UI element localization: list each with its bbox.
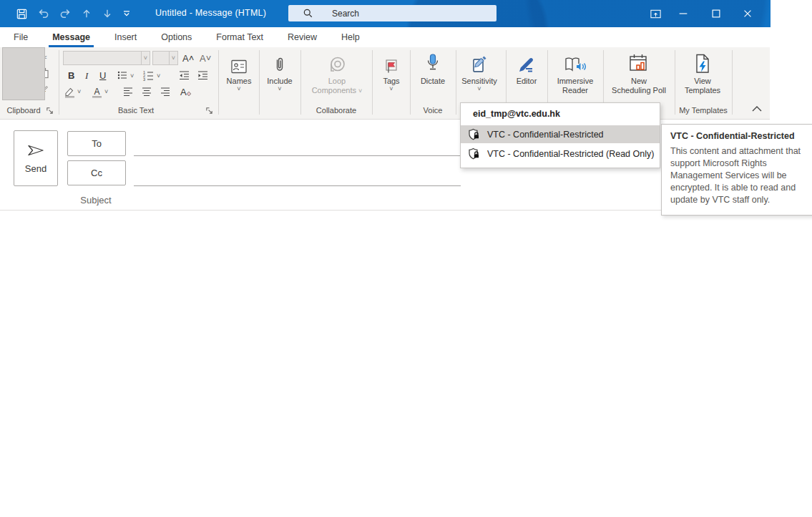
minimize-icon	[678, 8, 689, 19]
menu-item-label: VTC - Confidential-Restricted (Read Only…	[487, 149, 654, 159]
sensitivity-button-pressed-background	[2, 47, 45, 100]
grow-font-icon: A˄	[182, 53, 194, 64]
svg-text:A: A	[180, 87, 187, 97]
voice-group-label: Voice	[410, 106, 456, 115]
sensitivity-button[interactable]: Sensitivity ˅	[458, 49, 501, 92]
font-size-select[interactable]: ˅	[152, 51, 178, 65]
chevron-down-icon[interactable]: ˅	[157, 73, 160, 79]
align-right-icon	[160, 86, 171, 97]
immersive-label-line1: Immersive	[557, 77, 594, 86]
send-button[interactable]: Send	[14, 130, 58, 186]
search-placeholder: Search	[332, 9, 359, 19]
chevron-down-icon[interactable]: ˅	[130, 73, 134, 79]
customize-quick-access-toolbar-button[interactable]	[117, 4, 137, 24]
collapse-ribbon-button[interactable]	[751, 105, 767, 116]
tab-help[interactable]: Help	[329, 27, 372, 47]
group-separator	[300, 50, 301, 115]
chevron-down-icon[interactable]: ˅	[77, 89, 81, 95]
tab-message[interactable]: Message	[40, 27, 102, 47]
chevron-down-icon[interactable]: ˅	[104, 89, 108, 95]
tab-insert[interactable]: Insert	[102, 27, 149, 47]
bold-button[interactable]: B	[68, 70, 74, 82]
loop-label-line2: Components	[312, 86, 356, 95]
group-separator	[675, 50, 675, 115]
minimize-button[interactable]	[667, 3, 700, 24]
new-scheduling-poll-button[interactable]: New Scheduling Poll	[605, 49, 672, 95]
redo-button[interactable]	[56, 4, 76, 24]
view-templates-button[interactable]: View Templates	[678, 49, 727, 95]
font-family-select[interactable]: ˅	[63, 51, 150, 65]
cc-field[interactable]	[134, 185, 461, 186]
loop-components-button: Loop Components ˅	[303, 49, 371, 95]
font-color-button[interactable]: A	[90, 85, 103, 98]
shrink-font-button[interactable]: A˅	[200, 53, 211, 64]
send-icon	[26, 143, 45, 158]
window-title: Untitled - Message (HTML)	[155, 8, 266, 18]
to-button[interactable]: To	[67, 131, 126, 156]
clipboard-dialog-launcher[interactable]	[46, 107, 54, 115]
customize-qat-icon	[121, 8, 132, 19]
close-button[interactable]	[731, 3, 764, 24]
menu-item-confidential-restricted-read-only[interactable]: VTC - Confidential-Restricted (Read Only…	[461, 145, 660, 163]
immersive-reader-icon	[564, 56, 586, 74]
loop-components-icon	[328, 55, 347, 74]
maximize-icon	[710, 8, 722, 19]
immersive-label-line2: Reader	[562, 86, 588, 95]
decrease-indent-icon	[178, 69, 190, 81]
save-button[interactable]	[11, 4, 31, 24]
align-left-button[interactable]	[122, 85, 134, 98]
tab-options[interactable]: Options	[149, 27, 204, 47]
redo-icon	[59, 7, 72, 20]
dictate-button[interactable]: Dictate	[412, 49, 454, 86]
send-label: Send	[25, 163, 47, 174]
basic-text-dialog-launcher[interactable]	[205, 107, 214, 115]
sensitivity-tooltip: VTC - Confidential-Restricted This conte…	[661, 124, 812, 216]
undo-icon	[36, 7, 49, 20]
down-arrow-icon	[102, 8, 113, 19]
grow-font-button[interactable]: A˄	[182, 53, 194, 64]
scheduling-label-line1: New	[631, 77, 647, 86]
clipboard-group-label: Clipboard	[1, 106, 46, 115]
include-button[interactable]: Include ˅	[260, 49, 299, 92]
font-color-icon: A	[91, 86, 103, 98]
to-field[interactable]	[134, 155, 461, 156]
sensitivity-dropdown-menu: eid_tmp@vtc.edu.hk VTC - Confidential-Re…	[460, 102, 660, 168]
undo-button[interactable]	[33, 4, 53, 24]
group-separator	[410, 50, 411, 115]
cc-button[interactable]: Cc	[67, 160, 126, 185]
account-header: eid_tmp@vtc.edu.hk	[461, 103, 660, 124]
italic-button[interactable]: I	[85, 70, 88, 82]
search-input[interactable]: Search	[288, 5, 497, 21]
shield-lock-icon	[467, 128, 480, 141]
move-down-button[interactable]	[97, 4, 117, 24]
immersive-reader-button[interactable]: Immersive Reader	[549, 49, 601, 95]
names-button[interactable]: Names ˅	[220, 49, 258, 92]
decrease-indent-button[interactable]	[177, 69, 190, 82]
increase-indent-button[interactable]	[196, 69, 209, 82]
align-center-button[interactable]	[140, 85, 153, 98]
editor-button[interactable]: Editor	[508, 49, 545, 86]
menu-item-confidential-restricted[interactable]: VTC - Confidential-Restricted	[461, 125, 660, 143]
align-center-icon	[141, 86, 152, 97]
message-body-editor[interactable]	[0, 210, 770, 513]
view-templates-icon	[694, 53, 711, 74]
numbering-button[interactable]: 1 2 3	[142, 69, 155, 82]
my-templates-group-label: My Templates	[675, 106, 732, 115]
align-right-button[interactable]	[159, 85, 172, 98]
bullets-button[interactable]	[116, 69, 129, 82]
maximize-button[interactable]	[700, 3, 733, 24]
underline-button[interactable]: U	[99, 70, 106, 82]
tags-button[interactable]: Tags ˅	[375, 49, 408, 92]
dictate-label: Dictate	[421, 77, 445, 86]
ribbon-tabs: File Message Insert Options Format Text …	[0, 27, 770, 47]
text-highlight-button[interactable]	[63, 85, 76, 98]
move-up-button[interactable]	[77, 4, 97, 24]
underline-icon: U	[99, 70, 106, 81]
group-separator	[732, 50, 733, 115]
tab-file[interactable]: File	[1, 27, 40, 47]
clear-formatting-button[interactable]: A	[179, 85, 192, 98]
clear-formatting-icon: A	[180, 86, 192, 98]
tab-review[interactable]: Review	[275, 27, 329, 47]
tab-format-text[interactable]: Format Text	[204, 27, 275, 47]
basic-text-group-label: Basic Text	[86, 106, 186, 115]
